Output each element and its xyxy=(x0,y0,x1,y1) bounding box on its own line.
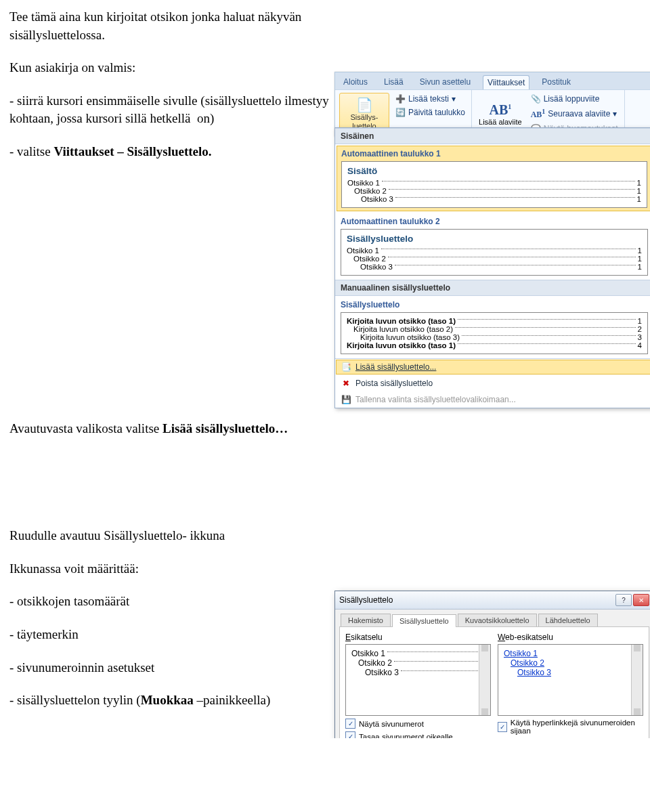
web-link-3[interactable]: Otsikko 3 xyxy=(517,668,551,677)
line-10: - sivunumeroinnin asetukset xyxy=(9,660,154,675)
line-11-pre: - sisällysluettelon tyylin ( xyxy=(9,693,141,707)
line-11-post: –painikkeella) xyxy=(194,693,270,707)
toc-gallery: Sisäinen Automaattinen taulukko 1 Sisält… xyxy=(334,127,650,408)
dlg-tab-sisallysluettelo[interactable]: Sisällysluettelo xyxy=(392,614,456,627)
next-footnote-icon: AB1 xyxy=(531,108,546,120)
help-button[interactable]: ? xyxy=(615,594,632,606)
gallery-item-manual[interactable]: Sisällysluettelo Kirjoita luvun otsikko … xyxy=(335,296,650,358)
line-4-bold: Viittaukset – Sisällysluettelo. xyxy=(53,144,211,158)
toc-icon: 📄 xyxy=(356,98,373,113)
chk-show-pagenumbers[interactable]: ✓ Näytä sivunumerot xyxy=(345,719,491,729)
gallery-item-auto2[interactable]: Automaattinen taulukko 2 Sisällysluettel… xyxy=(335,213,650,280)
cmd-save-toc: 💾 Tallenna valinta sisällysluettelovalik… xyxy=(335,391,650,408)
line-5-bold: Lisää sisällysluettelo… xyxy=(162,421,288,435)
gallery-section-manuaalinen: Manuaalinen sisällysluettelo xyxy=(335,280,650,296)
dlg-tab-hakemisto[interactable]: Hakemisto xyxy=(341,614,391,626)
cmd-save-toc-label: Tallenna valinta sisällysluettelovalikoi… xyxy=(355,395,516,404)
chevron-down-icon: ▾ xyxy=(613,109,617,119)
gallery-item-manual-title: Sisällysluettelo xyxy=(341,300,648,309)
remove-toc-icon: ✖ xyxy=(341,379,351,388)
cmd-remove-toc[interactable]: ✖ Poista sisällysluettelo xyxy=(335,375,650,391)
button-seuraava-alaviite[interactable]: AB1 Seuraava alaviite ▾ xyxy=(529,106,620,121)
line-3: - siirrä kursori ensimmäiselle sivulle (… xyxy=(9,93,329,126)
gallery-item-auto2-title: Automaattinen taulukko 2 xyxy=(341,217,648,226)
cmd-insert-toc[interactable]: 📑 Lisää sisällysluettelo... xyxy=(336,360,650,375)
right-preview: Otsikko 1 Otsikko 2 Otsikko 3 xyxy=(498,644,643,716)
instruction-text: Tee tämä aina kun kirjoitat otsikon jonk… xyxy=(9,8,348,710)
chk-align-right[interactable]: ✓ Tasaa sivunumerot oikealle xyxy=(345,731,491,738)
dialog-body: Esikatselu Otsikko 11 Otsikko 23 Otsikko… xyxy=(339,626,649,738)
line-2: Kun asiakirja on valmis: xyxy=(9,60,135,74)
insert-toc-icon: 📑 xyxy=(341,362,351,372)
button-lisaa-alaviite-label[interactable]: Lisää alaviite xyxy=(479,118,522,126)
tab-viittaukset[interactable]: Viittaukset xyxy=(483,75,529,89)
gallery-item-auto1-preview: Sisältö Otsikko 11 Otsikko 21 Otsikko 31 xyxy=(341,161,647,208)
line-5-pre: Avautuvasta valikosta valitse xyxy=(9,421,162,435)
line-6: Ruudulle avautuu Sisällysluettelo- ikkun… xyxy=(9,528,225,542)
button-lisaa-loppuviite-label: Lisää loppuviite xyxy=(544,94,600,104)
dlg-tab-lahdeluettelo[interactable]: Lähdeluettelo xyxy=(538,614,598,626)
right-preview-label: eb-esikatselu xyxy=(505,633,553,642)
gallery-item-manual-preview: Kirjoita luvun otsikko (taso 1)1 Kirjoit… xyxy=(341,312,648,354)
line-1: Tee tämä aina kun kirjoitat otsikon jonk… xyxy=(9,9,301,42)
add-text-icon: ➕ xyxy=(395,94,406,104)
tab-sivun-asettelu[interactable]: Sivun asettelu xyxy=(416,75,475,89)
button-lisaa-teksti-label: Lisää teksti xyxy=(408,94,449,104)
checkbox-icon: ✓ xyxy=(498,722,507,732)
line-7: Ikkunassa voit määrittää: xyxy=(9,561,139,576)
web-link-2[interactable]: Otsikko 2 xyxy=(511,658,544,668)
tab-aloitus[interactable]: Aloitus xyxy=(339,75,372,89)
dialog-title: Sisällysluettelo xyxy=(339,595,393,605)
refresh-icon: 🔄 xyxy=(395,108,406,117)
ribbon-tabs: Aloitus Lisää Sivun asettelu Viittaukset… xyxy=(335,72,650,89)
cmd-insert-toc-label: Lisää sisällysluettelo... xyxy=(355,362,436,372)
button-lisaa-loppuviite[interactable]: 📎 Lisää loppuviite xyxy=(529,93,620,105)
endnote-icon: 📎 xyxy=(531,94,541,104)
toc-dialog: Sisällysluettelo ? ✕ Hakemisto Sisällysl… xyxy=(334,591,650,738)
line-4-pre: - valitse xyxy=(9,144,53,158)
web-link-1[interactable]: Otsikko 1 xyxy=(504,649,538,658)
button-lisaa-teksti[interactable]: ➕ Lisää teksti ▾ xyxy=(393,93,467,105)
checkbox-icon: ✓ xyxy=(345,719,355,729)
footnote-ab-icon: AB1 xyxy=(489,102,511,118)
line-11-bold: Muokkaa xyxy=(141,693,194,707)
dialog-tabs: Hakemisto Sisällysluettelo Kuvaotsikkolu… xyxy=(335,610,650,626)
cmd-remove-toc-label: Poista sisällysluettelo xyxy=(355,379,433,388)
scrollbar[interactable] xyxy=(479,645,490,715)
button-paivita-taulukko[interactable]: 🔄 Päivitä taulukko xyxy=(393,106,467,119)
scrollbar[interactable] xyxy=(631,645,643,715)
checkbox-icon: ✓ xyxy=(345,731,355,738)
chk-hyperlinks[interactable]: ✓ Käytä hyperlinkkejä sivunumeroiden sij… xyxy=(498,719,643,735)
gallery-item-auto1[interactable]: Automaattinen taulukko 1 Sisältö Otsikko… xyxy=(337,146,650,211)
left-preview-label: sikatselu xyxy=(351,633,383,642)
button-paivita-taulukko-label: Päivitä taulukko xyxy=(408,108,465,117)
gallery-item-auto2-preview: Sisällysluettelo Otsikko 11 Otsikko 21 O… xyxy=(341,229,648,276)
button-seuraava-alaviite-label: Seuraava alaviite xyxy=(548,109,610,119)
line-9: - täytemerkin xyxy=(9,627,79,641)
chevron-down-icon: ▾ xyxy=(452,94,456,104)
dialog-titlebar: Sisällysluettelo ? ✕ xyxy=(335,591,650,610)
line-8: - otsikkojen tasomäärät xyxy=(9,594,129,608)
close-button[interactable]: ✕ xyxy=(633,594,649,606)
gallery-section-sisainen: Sisäinen xyxy=(335,128,650,144)
left-preview: Otsikko 11 Otsikko 23 Otsikko 35 xyxy=(345,644,491,716)
tab-lisaa[interactable]: Lisää xyxy=(380,75,408,89)
dlg-tab-kuvaotsikko[interactable]: Kuvaotsikkoluettelo xyxy=(458,614,537,626)
tab-postitukset[interactable]: Postituk xyxy=(538,75,575,89)
gallery-item-auto1-title: Automaattinen taulukko 1 xyxy=(341,149,647,158)
save-toc-icon: 💾 xyxy=(341,395,351,404)
